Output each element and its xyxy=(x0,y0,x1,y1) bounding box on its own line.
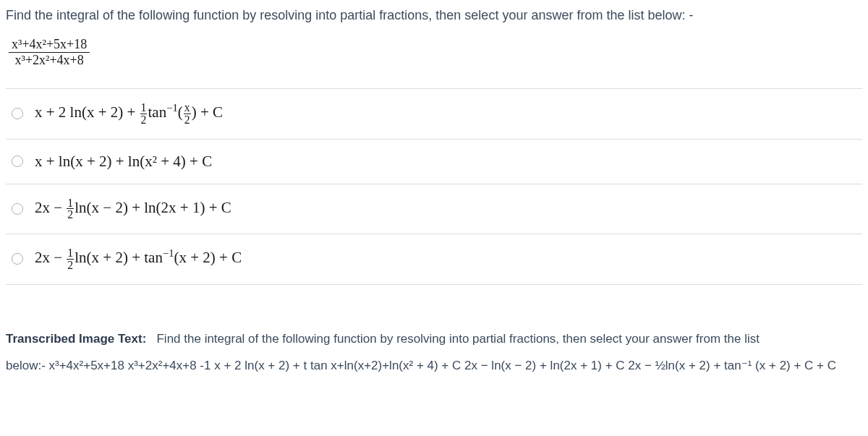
option-label-b: x + ln(x + 2) + ln(x² + 4) + C xyxy=(35,153,212,171)
option-d[interactable]: 2x − 12ln(x + 2) + tan−1(x + 2) + C xyxy=(6,234,862,285)
radio-icon[interactable] xyxy=(12,155,23,167)
option-c[interactable]: 2x − 12ln(x − 2) + ln(2x + 1) + C xyxy=(6,184,862,235)
option-label-a: x + 2 ln(x + 2) + 12tan−1(x2) + C xyxy=(35,102,223,126)
integrand-denominator: x³+2x²+4x+8 xyxy=(9,53,90,68)
option-label-c: 2x − 12ln(x − 2) + ln(2x + 1) + C xyxy=(35,197,231,221)
integrand-expression: x³+4x²+5x+18 x³+2x²+4x+8 xyxy=(6,37,862,68)
radio-icon[interactable] xyxy=(12,253,23,265)
integrand-fraction: x³+4x²+5x+18 x³+2x²+4x+8 xyxy=(9,37,90,68)
radio-icon[interactable] xyxy=(12,108,23,119)
option-b[interactable]: x + ln(x + 2) + ln(x² + 4) + C xyxy=(6,140,862,184)
transcribed-title: Transcribed Image Text: xyxy=(6,332,146,346)
transcribed-body-2: below:- x³+4x²+5x+18 x³+2x²+4x+8 -1 x + … xyxy=(6,359,836,372)
integrand-numerator: x³+4x²+5x+18 xyxy=(9,37,90,53)
transcribed-section: Transcribed Image Text: Find the integra… xyxy=(6,325,862,380)
options-list: x + 2 ln(x + 2) + 12tan−1(x2) + C x + ln… xyxy=(6,88,862,285)
transcribed-body-1: Find the integral of the following funct… xyxy=(156,332,759,346)
option-label-d: 2x − 12ln(x + 2) + tan−1(x + 2) + C xyxy=(35,247,242,271)
option-a[interactable]: x + 2 ln(x + 2) + 12tan−1(x2) + C xyxy=(6,89,862,140)
question-text: Find the integral of the following funct… xyxy=(6,6,862,25)
radio-icon[interactable] xyxy=(12,203,23,215)
